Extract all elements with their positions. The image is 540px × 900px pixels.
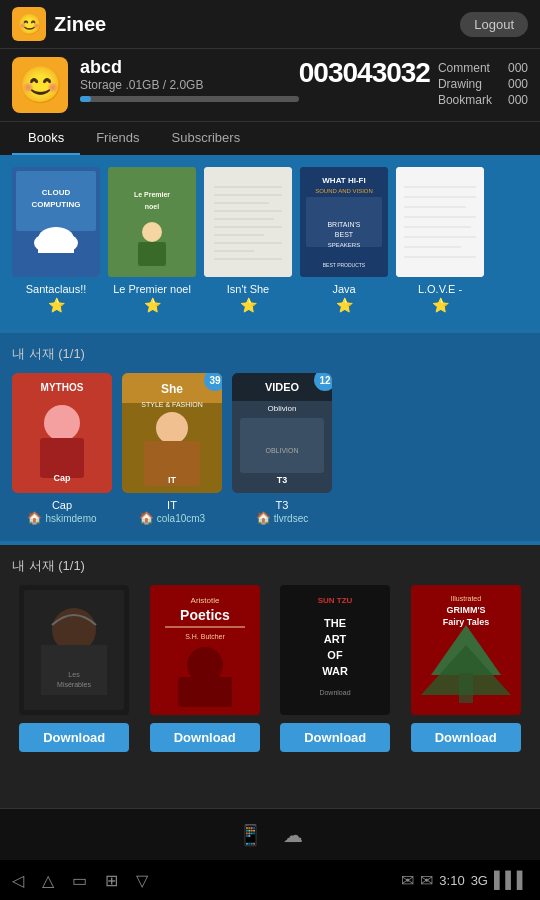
- svg-text:Cap: Cap: [53, 473, 71, 483]
- sub-owner-cap: 🏠 hskimdemo: [27, 511, 96, 525]
- svg-rect-13: [204, 167, 292, 277]
- svg-rect-12: [138, 242, 166, 266]
- sub-item-it[interactable]: She STYLE & FASHION IT 39 IT 🏠 cola10cm3: [122, 373, 222, 525]
- svg-text:Le Premier: Le Premier: [134, 191, 170, 198]
- svg-text:VIDEO: VIDEO: [265, 381, 300, 393]
- bottom-nav: 📱 ☁: [0, 808, 540, 860]
- svg-rect-32: [396, 167, 484, 277]
- svg-text:IT: IT: [168, 475, 177, 485]
- download-button-art-war[interactable]: Download: [280, 723, 390, 752]
- profile-info: abcd Storage .01GB / 2.0GB: [80, 57, 299, 102]
- recents-icon[interactable]: ▭: [72, 871, 87, 890]
- book-item-santaclaus[interactable]: CLOUD COMPUTING Santaclaus!! ⭐: [12, 167, 100, 313]
- svg-text:MYTHOS: MYTHOS: [41, 382, 84, 393]
- profile-storage: Storage .01GB / 2.0GB: [80, 78, 299, 92]
- stat-subscribers: 032: [386, 57, 430, 89]
- books-row-1: CLOUD COMPUTING Santaclaus!! ⭐: [12, 167, 528, 313]
- svg-text:noel: noel: [145, 203, 159, 210]
- svg-text:BEST PRODUCTS: BEST PRODUCTS: [323, 262, 366, 268]
- book-item-noel[interactable]: Le Premier noel Le Premier noel ⭐: [108, 167, 196, 313]
- svg-text:Oblivion: Oblivion: [268, 404, 297, 413]
- svg-text:Les: Les: [69, 671, 81, 678]
- svg-text:Illustrated: Illustrated: [451, 595, 481, 602]
- star-love: ⭐: [432, 297, 449, 313]
- main-content: CLOUD COMPUTING Santaclaus!! ⭐: [0, 155, 540, 808]
- svg-text:BRITAIN'S: BRITAIN'S: [327, 221, 360, 228]
- sub-title-t3: T3: [276, 499, 289, 511]
- top-bar: 😊 Zinee Logout: [0, 0, 540, 48]
- svg-point-50: [156, 412, 188, 444]
- shelf-section-2: 내 서재 (1/1) MYTHOS Cap Cap 🏠: [0, 333, 540, 541]
- svg-text:ART: ART: [324, 633, 347, 645]
- download-button-miserables[interactable]: Download: [19, 723, 129, 752]
- book-title-isnt-she: Isn't She: [227, 283, 269, 295]
- download-item-grimms: Illustrated GRIMM'S Fairy Tales Download: [404, 585, 529, 752]
- svg-text:WHAT HI-FI: WHAT HI-FI: [322, 176, 365, 185]
- svg-text:Poetics: Poetics: [180, 607, 230, 623]
- download-row: Les Misérables Download Aristotle Poetic…: [12, 585, 528, 752]
- home-icon[interactable]: △: [42, 871, 54, 890]
- storage-bar: [80, 96, 299, 102]
- book-item-java[interactable]: WHAT HI-FI SOUND AND VISION BRITAIN'S BE…: [300, 167, 388, 313]
- app-title: Zinee: [54, 13, 460, 36]
- system-bar: ◁ △ ▭ ⊞ ▽ ✉ ✉ 3:10 3G ▌▌▌: [0, 860, 540, 900]
- back-icon[interactable]: ◁: [12, 871, 24, 890]
- phone-icon[interactable]: 📱: [238, 823, 263, 847]
- star-noel: ⭐: [144, 297, 161, 313]
- stat-books: 003: [299, 57, 343, 89]
- svg-text:GRIMM'S: GRIMM'S: [446, 605, 485, 615]
- sub-row: MYTHOS Cap Cap 🏠 hskimdemo: [12, 373, 528, 525]
- download-item-art-war: SUN TZU THE ART OF WAR Download Download: [273, 585, 398, 752]
- sub-item-cap[interactable]: MYTHOS Cap Cap 🏠 hskimdemo: [12, 373, 112, 525]
- email-icon: ✉: [401, 871, 414, 890]
- book-item-isnt-she[interactable]: Isn't She ⭐: [204, 167, 292, 313]
- status-right: ✉ ✉ 3:10 3G ▌▌▌: [401, 871, 528, 890]
- svg-text:OBLIVION: OBLIVION: [265, 447, 298, 454]
- sub-title-cap: Cap: [52, 499, 72, 511]
- time-display: 3:10: [439, 873, 464, 888]
- sub-item-t3[interactable]: VIDEO Oblivion OBLIVION T3 12 T3 🏠 tlvrd…: [232, 373, 332, 525]
- book-title-santaclaus: Santaclaus!!: [26, 283, 87, 295]
- download-section: 내 서재 (1/1) Les Misérables Down: [0, 545, 540, 808]
- shelf2-label: 내 서재 (1/1): [12, 345, 528, 363]
- email2-icon: ✉: [420, 871, 433, 890]
- book-title-noel: Le Premier noel: [113, 283, 191, 295]
- comment-stat: Comment 000: [438, 61, 528, 75]
- numbers-section: 003 043 032: [299, 57, 430, 89]
- svg-text:Download: Download: [320, 689, 351, 696]
- nav-icons: ◁ △ ▭ ⊞ ▽: [12, 871, 401, 890]
- tab-friends[interactable]: Friends: [80, 122, 155, 155]
- download-button-grimms[interactable]: Download: [411, 723, 521, 752]
- menu-icon[interactable]: ⊞: [105, 871, 118, 890]
- svg-point-11: [142, 222, 162, 242]
- book-item-love[interactable]: L.O.V.E - ⭐: [396, 167, 484, 313]
- sub-owner-t3: 🏠 tlvrdsec: [256, 511, 308, 525]
- download-item-miserables: Les Misérables Download: [12, 585, 137, 752]
- star-isnt-she: ⭐: [240, 297, 257, 313]
- svg-text:S.H. Butcher: S.H. Butcher: [185, 633, 225, 640]
- download-button-poetics[interactable]: Download: [150, 723, 260, 752]
- signal-icon: ▌▌▌: [494, 871, 528, 889]
- download-item-poetics: Aristotle Poetics S.H. Butcher Download: [143, 585, 268, 752]
- svg-text:SOUND AND VISION: SOUND AND VISION: [315, 188, 373, 194]
- sub-title-it: IT: [167, 499, 177, 511]
- svg-text:Aristotle: Aristotle: [190, 596, 219, 605]
- up-icon[interactable]: ▽: [136, 871, 148, 890]
- profile-section: 😊 abcd Storage .01GB / 2.0GB 003 043 032…: [0, 48, 540, 121]
- svg-point-43: [44, 405, 80, 441]
- svg-text:BEST: BEST: [335, 231, 354, 238]
- svg-text:SUN TZU: SUN TZU: [318, 596, 353, 605]
- stat-friends: 043: [343, 57, 387, 89]
- svg-rect-44: [40, 438, 84, 478]
- cloud-icon[interactable]: ☁: [283, 823, 303, 847]
- book-title-java: Java: [332, 283, 355, 295]
- svg-rect-7: [38, 243, 74, 253]
- star-santaclaus: ⭐: [48, 297, 65, 313]
- book-title-love: L.O.V.E -: [418, 283, 462, 295]
- svg-text:Misérables: Misérables: [57, 681, 91, 688]
- tab-subscribers[interactable]: Subscribers: [156, 122, 257, 155]
- svg-text:THE: THE: [324, 617, 346, 629]
- logout-button[interactable]: Logout: [460, 12, 528, 37]
- tab-books[interactable]: Books: [12, 122, 80, 155]
- shelf-section-1: CLOUD COMPUTING Santaclaus!! ⭐: [0, 155, 540, 329]
